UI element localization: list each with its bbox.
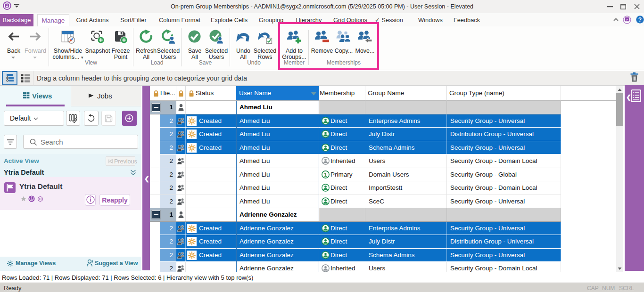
svg-text:?: ?: [638, 16, 642, 23]
svg-text:1: 1: [324, 171, 327, 177]
